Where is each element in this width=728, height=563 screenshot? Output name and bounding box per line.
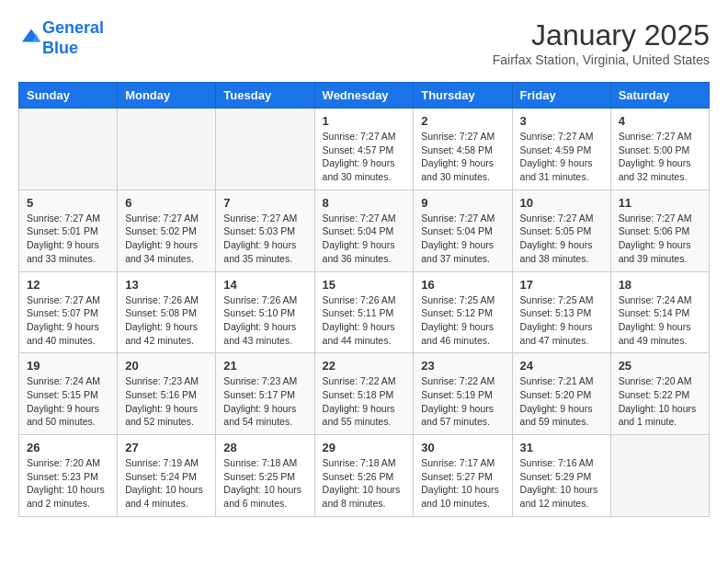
day-info: Sunrise: 7:18 AM Sunset: 5:26 PM Dayligh… (323, 456, 406, 511)
day-info: Sunrise: 7:27 AM Sunset: 5:00 PM Dayligh… (619, 130, 701, 184)
weekday-header: Thursday (414, 83, 512, 109)
day-info: Sunrise: 7:24 AM Sunset: 5:14 PM Dayligh… (619, 293, 701, 348)
day-number: 18 (619, 278, 701, 292)
day-info: Sunrise: 7:27 AM Sunset: 5:05 PM Dayligh… (520, 212, 603, 266)
day-info: Sunrise: 7:18 AM Sunset: 5:25 PM Dayligh… (223, 456, 306, 511)
day-info: Sunrise: 7:26 AM Sunset: 5:10 PM Dayligh… (223, 293, 306, 348)
calendar-cell: 16Sunrise: 7:25 AM Sunset: 5:12 PM Dayli… (414, 271, 512, 353)
day-info: Sunrise: 7:27 AM Sunset: 4:58 PM Dayligh… (421, 130, 504, 184)
page-header: General Blue January 2025 Fairfax Statio… (18, 18, 710, 67)
day-info: Sunrise: 7:27 AM Sunset: 4:59 PM Dayligh… (520, 130, 603, 184)
day-number: 23 (421, 359, 504, 373)
day-info: Sunrise: 7:25 AM Sunset: 5:13 PM Dayligh… (520, 293, 603, 348)
weekday-header: Monday (118, 83, 216, 109)
calendar-cell: 3Sunrise: 7:27 AM Sunset: 4:59 PM Daylig… (512, 109, 610, 190)
calendar-cell: 21Sunrise: 7:23 AM Sunset: 5:17 PM Dayli… (216, 353, 314, 435)
calendar-cell: 10Sunrise: 7:27 AM Sunset: 5:05 PM Dayli… (512, 190, 610, 271)
calendar-cell: 13Sunrise: 7:26 AM Sunset: 5:08 PM Dayli… (118, 271, 216, 353)
month-title: January 2025 (493, 18, 710, 52)
day-number: 30 (421, 441, 504, 454)
calendar-cell: 29Sunrise: 7:18 AM Sunset: 5:26 PM Dayli… (314, 435, 414, 517)
day-number: 28 (223, 441, 306, 454)
day-info: Sunrise: 7:27 AM Sunset: 5:04 PM Dayligh… (323, 212, 406, 266)
day-number: 21 (223, 359, 306, 373)
calendar-cell: 7Sunrise: 7:27 AM Sunset: 5:03 PM Daylig… (216, 190, 314, 271)
day-number: 1 (323, 114, 406, 128)
day-info: Sunrise: 7:19 AM Sunset: 5:24 PM Dayligh… (125, 456, 208, 511)
calendar-cell: 30Sunrise: 7:17 AM Sunset: 5:27 PM Dayli… (414, 435, 512, 517)
calendar-cell (216, 109, 314, 190)
calendar-cell (118, 109, 216, 190)
calendar-cell: 1Sunrise: 7:27 AM Sunset: 4:57 PM Daylig… (314, 109, 414, 190)
day-number: 14 (223, 278, 306, 292)
day-number: 27 (125, 441, 208, 454)
day-number: 9 (421, 196, 504, 210)
day-info: Sunrise: 7:26 AM Sunset: 5:08 PM Dayligh… (125, 293, 208, 348)
day-number: 15 (323, 278, 406, 292)
calendar-cell: 18Sunrise: 7:24 AM Sunset: 5:14 PM Dayli… (610, 271, 709, 353)
calendar-cell: 19Sunrise: 7:24 AM Sunset: 5:15 PM Dayli… (19, 353, 118, 435)
day-info: Sunrise: 7:27 AM Sunset: 5:06 PM Dayligh… (619, 212, 701, 266)
day-number: 8 (323, 196, 406, 210)
day-number: 16 (421, 278, 504, 292)
day-info: Sunrise: 7:27 AM Sunset: 5:02 PM Dayligh… (125, 212, 208, 266)
day-number: 4 (619, 114, 701, 128)
calendar-cell: 26Sunrise: 7:20 AM Sunset: 5:23 PM Dayli… (19, 435, 118, 517)
calendar-cell: 27Sunrise: 7:19 AM Sunset: 5:24 PM Dayli… (118, 435, 216, 517)
day-number: 29 (323, 441, 406, 454)
day-info: Sunrise: 7:16 AM Sunset: 5:29 PM Dayligh… (520, 456, 603, 511)
day-info: Sunrise: 7:23 AM Sunset: 5:17 PM Dayligh… (223, 374, 306, 429)
calendar-cell: 17Sunrise: 7:25 AM Sunset: 5:13 PM Dayli… (512, 271, 610, 353)
calendar-cell: 11Sunrise: 7:27 AM Sunset: 5:06 PM Dayli… (610, 190, 709, 271)
calendar-cell: 5Sunrise: 7:27 AM Sunset: 5:01 PM Daylig… (19, 190, 118, 271)
calendar-cell: 6Sunrise: 7:27 AM Sunset: 5:02 PM Daylig… (118, 190, 216, 271)
day-number: 3 (520, 114, 603, 128)
day-info: Sunrise: 7:22 AM Sunset: 5:19 PM Dayligh… (421, 374, 504, 429)
day-number: 12 (27, 278, 109, 292)
day-number: 10 (520, 196, 603, 210)
calendar-cell: 15Sunrise: 7:26 AM Sunset: 5:11 PM Dayli… (314, 271, 414, 353)
day-number: 19 (27, 359, 109, 373)
day-number: 13 (125, 278, 208, 292)
day-info: Sunrise: 7:23 AM Sunset: 5:16 PM Dayligh… (125, 374, 208, 429)
calendar-cell: 2Sunrise: 7:27 AM Sunset: 4:58 PM Daylig… (414, 109, 512, 190)
day-info: Sunrise: 7:27 AM Sunset: 5:03 PM Dayligh… (223, 212, 306, 266)
day-number: 17 (520, 278, 603, 292)
day-number: 2 (421, 114, 504, 128)
day-number: 25 (619, 359, 701, 373)
calendar-cell: 20Sunrise: 7:23 AM Sunset: 5:16 PM Dayli… (118, 353, 216, 435)
logo-icon (20, 28, 42, 46)
calendar-cell: 22Sunrise: 7:22 AM Sunset: 5:18 PM Dayli… (314, 353, 414, 435)
day-number: 31 (520, 441, 603, 454)
calendar-cell: 24Sunrise: 7:21 AM Sunset: 5:20 PM Dayli… (512, 353, 610, 435)
calendar-cell (19, 109, 118, 190)
day-info: Sunrise: 7:20 AM Sunset: 5:22 PM Dayligh… (619, 374, 701, 429)
day-info: Sunrise: 7:20 AM Sunset: 5:23 PM Dayligh… (27, 456, 109, 511)
day-info: Sunrise: 7:27 AM Sunset: 5:01 PM Dayligh… (27, 212, 109, 266)
logo: General Blue (18, 18, 104, 58)
day-info: Sunrise: 7:21 AM Sunset: 5:20 PM Dayligh… (520, 374, 603, 429)
day-number: 11 (619, 196, 701, 210)
calendar-cell: 9Sunrise: 7:27 AM Sunset: 5:04 PM Daylig… (414, 190, 512, 271)
day-number: 20 (125, 359, 208, 373)
day-info: Sunrise: 7:17 AM Sunset: 5:27 PM Dayligh… (421, 456, 504, 511)
day-info: Sunrise: 7:26 AM Sunset: 5:11 PM Dayligh… (323, 293, 406, 348)
day-number: 26 (27, 441, 109, 454)
weekday-header: Wednesday (314, 83, 414, 109)
calendar-cell: 28Sunrise: 7:18 AM Sunset: 5:25 PM Dayli… (216, 435, 314, 517)
day-info: Sunrise: 7:22 AM Sunset: 5:18 PM Dayligh… (323, 374, 406, 429)
day-info: Sunrise: 7:24 AM Sunset: 5:15 PM Dayligh… (27, 374, 109, 429)
calendar-cell: 23Sunrise: 7:22 AM Sunset: 5:19 PM Dayli… (414, 353, 512, 435)
location: Fairfax Station, Virginia, United States (493, 52, 710, 67)
weekday-header: Friday (512, 83, 610, 109)
calendar-cell: 4Sunrise: 7:27 AM Sunset: 5:00 PM Daylig… (610, 109, 709, 190)
weekday-header: Tuesday (216, 83, 314, 109)
day-number: 6 (125, 196, 208, 210)
weekday-header: Saturday (610, 83, 709, 109)
calendar-cell: 31Sunrise: 7:16 AM Sunset: 5:29 PM Dayli… (512, 435, 610, 517)
day-number: 22 (323, 359, 406, 373)
day-number: 7 (223, 196, 306, 210)
day-info: Sunrise: 7:27 AM Sunset: 5:04 PM Dayligh… (421, 212, 504, 266)
weekday-header: Sunday (19, 83, 118, 109)
calendar-cell (610, 435, 709, 517)
